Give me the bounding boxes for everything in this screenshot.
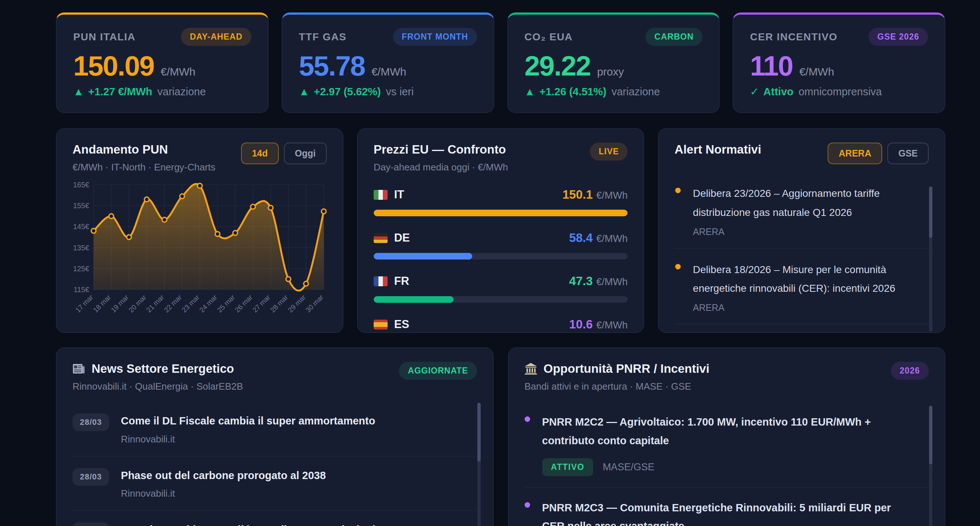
alerts-title: Alert Normativi [675,143,761,156]
pun-chart-svg: 165€155€145€135€125€115€17 mar18 mar19 m… [73,180,327,326]
price-bar-track [374,210,628,216]
pnrr-scrollbar-thumb[interactable] [929,406,932,464]
alert-item[interactable]: Delibera 23/2026 – Aggiornamento tariffe… [675,172,929,249]
svg-text:26 mar: 26 mar [233,293,254,314]
svg-text:29 mar: 29 mar [286,293,307,314]
kpi-unit: €/MWh [161,65,195,78]
newspaper-icon [73,363,85,374]
alerts-scrollbar-thumb[interactable] [929,186,932,238]
price-value: 150.1 [562,188,593,202]
pnrr-list: PNRR M2C2 — Agrivoltaico: 1.700 MW, ince… [525,402,929,526]
price-bar-track [374,253,628,260]
kpi-delta-value: Attivo [764,86,794,98]
kpi-value: 29.22 [525,50,590,82]
kpi-label: CER INCENTIVO [750,31,837,43]
alerts-card: Alert Normativi ARERA GSE Delibera 23/20… [658,128,945,333]
range-oggi-button[interactable]: Oggi [284,143,327,164]
eu-price-row-fr: FR 47.3€/MWh [374,274,628,303]
kpi-badge: CARBON [646,28,702,46]
svg-text:23 mar: 23 mar [180,293,201,314]
news-item[interactable]: 28/03 Phase out del carbone prorogato al… [73,456,477,511]
news-date-badge: 28/03 [73,522,109,526]
price-value: 58.4 [569,231,593,245]
kpi-unit: €/MWh [371,65,406,78]
kpi-card-pun-italia: PUN ITALIA DAY-AHEAD 150.09 €/MWh ▲+1.27… [56,13,269,113]
pnrr-item[interactable]: PNRR M2C3 — Comunita Energetiche Rinnova… [525,488,929,526]
price-unit: €/MWh [597,320,628,331]
alert-bullet-icon [675,264,681,269]
kpi-delta-note: omnicomprensiva [799,86,882,98]
pnrr-title: Opportunità PNRR / Incentivi [544,362,710,376]
delta-up-icon: ▲ [525,86,535,98]
eu-prices-subtitle: Day-ahead media oggi · €/MWh [374,162,508,173]
price-unit: €/MWh [597,276,628,288]
svg-text:125€: 125€ [73,265,89,273]
news-item-source: Rinnovabili.it [121,488,326,499]
delta-up-icon: ▲ [73,86,84,98]
svg-text:135€: 135€ [73,244,89,252]
kpi-delta-note: vs ieri [386,86,414,98]
svg-text:30 mar: 30 mar [304,293,325,314]
svg-text:115€: 115€ [74,285,89,293]
price-value: 47.3 [569,274,593,288]
eu-prices-card: Prezzi EU — Confronto Day-ahead media og… [357,128,644,333]
pnrr-card: Opportunità PNRR / Incentivi Bandi attiv… [508,347,945,526]
middle-row: Andamento PUN €/MWh · IT-North · Energy-… [56,128,945,333]
filter-arera-button[interactable]: ARERA [827,143,882,164]
svg-text:165€: 165€ [73,181,89,189]
kpi-label: PUN ITALIA [73,31,135,43]
pnrr-item-text: PNRR M2C2 — Agrivoltaico: 1.700 MW, ince… [542,413,907,450]
kpi-card-ttf-gas: TTF GAS FRONT MONTH 55.78 €/MWh ▲+2.97 (… [282,13,494,113]
price-bar-track [374,296,628,303]
pnrr-item-source: MASE/GSE [603,462,654,473]
svg-text:145€: 145€ [73,223,89,231]
kpi-card-co2-eua: CO₂ EUA CARBON 29.22 proxy ▲+1.26 (4.51%… [508,13,720,113]
news-item[interactable]: 28/03 Jet privato a idrogeno, il lusso d… [73,511,477,526]
country-code: FR [394,274,409,288]
price-bar-fill [374,253,473,260]
kpi-delta-note: variazione [158,86,206,98]
news-title: News Settore Energetico [92,362,234,376]
news-item[interactable]: 28/03 Come il DL Fiscale cambia il super… [73,402,477,456]
eu-price-row-de: DE 58.4€/MWh [374,231,628,260]
news-item-title: Come il DL Fiscale cambia il super ammor… [121,413,375,429]
alert-item[interactable]: Delibera 18/2026 – Misure per le comunit… [675,249,929,325]
flag-fr-icon [374,276,388,286]
alert-source: ARERA [693,226,907,237]
kpi-badge: GSE 2026 [869,28,928,46]
price-bar-fill [374,210,628,216]
svg-text:17 mar: 17 mar [74,293,94,314]
pnrr-item[interactable]: PNRR M2C2 — Agrivoltaico: 1.700 MW, ince… [525,402,929,488]
kpi-value: 150.09 [73,50,154,82]
filter-gse-button[interactable]: GSE [887,143,929,164]
svg-text:27 mar: 27 mar [251,293,272,314]
check-icon: ✓ [750,85,759,98]
alert-item[interactable]: Delibera 11/2026 – Componenti tariffarie… [675,324,929,333]
pun-line-chart: 165€155€145€135€125€115€17 mar18 mar19 m… [73,180,327,326]
delta-up-icon: ▲ [299,86,310,98]
news-date-badge: 28/03 [73,468,109,486]
pnrr-subtitle: Bandi attivi e in apertura · MASE · GSE [525,381,710,392]
kpi-badge: FRONT MONTH [393,28,477,46]
alert-list: Delibera 23/2026 – Aggiornamento tariffe… [675,172,929,333]
dashboard: PUN ITALIA DAY-AHEAD 150.09 €/MWh ▲+1.27… [0,0,980,526]
news-scrollbar-thumb[interactable] [477,403,480,462]
svg-text:19 mar: 19 mar [110,293,130,314]
price-bar-fill [374,296,454,303]
svg-text:25 mar: 25 mar [216,293,236,314]
alert-text: Delibera 18/2026 – Misure per le comunit… [693,260,907,298]
news-item-source: Rinnovabili.it [121,434,375,445]
range-14d-button[interactable]: 14d [241,143,279,164]
svg-text:21 mar: 21 mar [145,293,165,314]
alert-source: ARERA [693,303,907,313]
kpi-card-cer-incentivo: CER INCENTIVO GSE 2026 110 €/MWh ✓Attivo… [733,13,945,113]
eu-price-row-es: ES 10.6€/MWh [374,317,628,333]
pnrr-bullet-icon [525,502,530,508]
news-item-title: Phase out del carbone prorogato al 2038 [121,468,326,483]
flag-it-icon [374,190,388,200]
svg-text:28 mar: 28 mar [269,293,290,314]
year-badge: 2026 [891,362,929,380]
news-card: News Settore Energetico Rinnovabili.it ·… [56,347,493,526]
kpi-unit: €/MWh [799,65,834,78]
news-subtitle: Rinnovabili.it · QualEnergia · SolarEB2B [73,381,243,392]
